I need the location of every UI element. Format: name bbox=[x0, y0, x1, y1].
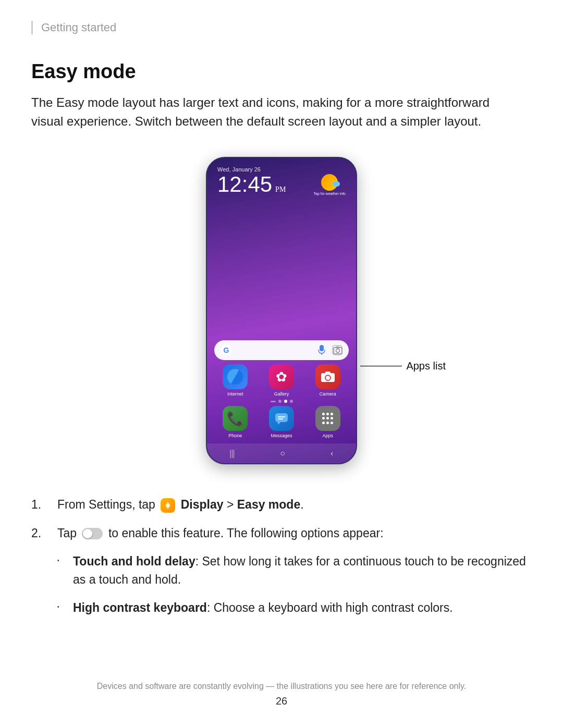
messages-label: Messages bbox=[271, 433, 292, 438]
svg-rect-0 bbox=[320, 345, 324, 351]
phone-icon: 📞 bbox=[223, 406, 248, 431]
internet-icon bbox=[223, 364, 248, 389]
sub-bullet-1: • Touch and hold delay: Set how long it … bbox=[57, 552, 532, 588]
svg-point-3 bbox=[336, 349, 340, 353]
phone-label: Phone bbox=[228, 433, 242, 438]
steps-section: 1. From Settings, tap Display > Easy mod… bbox=[31, 496, 532, 617]
app-phone: 📞 Phone bbox=[223, 406, 248, 438]
page-title: Easy mode bbox=[31, 60, 532, 83]
dot-inactive bbox=[278, 400, 282, 403]
annotation-line-svg bbox=[360, 365, 402, 367]
dot-inactive2 bbox=[290, 400, 293, 403]
apps-label: Apps bbox=[322, 433, 333, 438]
grid-dots bbox=[322, 413, 334, 424]
gallery-icon: ✿ bbox=[269, 364, 294, 389]
apps-list-annotation: Apps list bbox=[360, 360, 446, 372]
phone-wrapper: Wed, January 26 12:45 PM Tap for weather… bbox=[206, 157, 357, 464]
phone-date: Wed, January 26 bbox=[217, 166, 346, 172]
svg-rect-8 bbox=[275, 413, 288, 422]
google-logo: G bbox=[221, 344, 232, 356]
nav-back-icon: ‹ bbox=[331, 449, 333, 458]
phone-bottom-nav: ||| ○ ‹ bbox=[207, 443, 356, 463]
weather-icon bbox=[321, 174, 338, 191]
bullet-dot-2: • bbox=[57, 603, 73, 611]
sub-bullet-2: • High contrast keyboard: Choose a keybo… bbox=[57, 599, 532, 617]
settings-icon-inline bbox=[161, 498, 175, 513]
app-internet: Internet bbox=[223, 364, 248, 397]
step-1-display: Display > Easy mode. bbox=[181, 498, 304, 511]
touch-hold-term: Touch and hold delay bbox=[73, 554, 195, 568]
phone-time: 12:45 bbox=[217, 172, 272, 196]
step-2-suffix: to enable this feature. The following op… bbox=[108, 526, 384, 540]
colon-2: : Choose a keyboard with high contrast c… bbox=[207, 601, 453, 614]
step-1-number: 1. bbox=[31, 496, 57, 514]
gallery-label: Gallery bbox=[274, 391, 289, 397]
weather-tap-text: Tap for weather info bbox=[314, 192, 346, 195]
footer-note: Devices and software are constantly evol… bbox=[0, 682, 563, 691]
sub-bullets-indent: • Touch and hold delay: Set how long it … bbox=[57, 552, 532, 617]
step-2-number: 2. bbox=[31, 524, 57, 542]
sub-bullets: • Touch and hold delay: Set how long it … bbox=[31, 552, 532, 617]
nav-home-icon: ○ bbox=[280, 449, 285, 458]
phone-wallpaper bbox=[207, 199, 356, 336]
phone-screen: Wed, January 26 12:45 PM Tap for weather… bbox=[207, 158, 356, 463]
search-camera-icon bbox=[332, 345, 342, 355]
phone-status-area: Wed, January 26 12:45 PM Tap for weather… bbox=[207, 158, 356, 199]
app-messages: Messages bbox=[269, 406, 294, 438]
step-2-content: Tap to enable this feature. The followin… bbox=[57, 524, 532, 542]
page-dots bbox=[207, 400, 356, 403]
camera-label: Camera bbox=[320, 391, 336, 397]
internet-label: Internet bbox=[227, 391, 243, 397]
footer-page-number: 26 bbox=[0, 695, 563, 707]
apps-row-2: 📞 Phone bbox=[207, 406, 356, 438]
breadcrumb-text: Getting started bbox=[41, 21, 116, 34]
search-mic-icon bbox=[316, 345, 327, 355]
step-1: 1. From Settings, tap Display > Easy mod… bbox=[31, 496, 532, 514]
weather-widget: Tap for weather info bbox=[314, 174, 346, 195]
apps-list-label: Apps list bbox=[406, 360, 446, 372]
bullet-dot-1: • bbox=[57, 557, 73, 564]
high-contrast-term: High contrast keyboard bbox=[73, 601, 207, 614]
google-search-bar[interactable]: G bbox=[214, 340, 349, 360]
svg-marker-9 bbox=[277, 422, 280, 425]
camera-icon bbox=[315, 364, 340, 389]
page-description: The Easy mode layout has larger text and… bbox=[31, 93, 500, 131]
svg-rect-7 bbox=[325, 372, 331, 374]
phone-time-row: 12:45 PM Tap for weather info bbox=[217, 174, 346, 195]
svg-rect-11 bbox=[278, 418, 283, 419]
phone-time-display: 12:45 PM bbox=[217, 174, 286, 195]
dot-line bbox=[271, 401, 276, 402]
step-1-content: From Settings, tap Display > Easy mode. bbox=[57, 496, 532, 514]
app-gallery: ✿ Gallery bbox=[269, 364, 294, 397]
gear-icon bbox=[164, 501, 172, 510]
step-1-prefix: From Settings, tap bbox=[57, 498, 158, 511]
app-apps: Apps bbox=[315, 406, 340, 438]
toggle-switch[interactable] bbox=[82, 528, 103, 539]
toggle-knob bbox=[83, 529, 92, 538]
phone-ampm: PM bbox=[275, 186, 286, 193]
sub-bullet-2-content: High contrast keyboard: Choose a keyboar… bbox=[73, 599, 453, 617]
step-2: 2. Tap to enable this feature. The follo… bbox=[31, 524, 532, 542]
step-2-text: Tap bbox=[57, 526, 80, 540]
phone-frame: Wed, January 26 12:45 PM Tap for weather… bbox=[206, 157, 357, 464]
svg-rect-10 bbox=[278, 416, 285, 417]
messages-icon bbox=[269, 406, 294, 431]
breadcrumb: Getting started bbox=[31, 21, 532, 34]
sub-bullet-1-content: Touch and hold delay: Set how long it ta… bbox=[73, 552, 532, 588]
footer: Devices and software are constantly evol… bbox=[0, 682, 563, 707]
apps-row-1: Internet ✿ Gallery bbox=[207, 364, 356, 397]
app-camera: Camera bbox=[315, 364, 340, 397]
dot-active bbox=[284, 400, 287, 403]
apps-icon bbox=[315, 406, 340, 431]
phone-illustration: Wed, January 26 12:45 PM Tap for weather… bbox=[31, 157, 532, 464]
nav-menu-icon: ||| bbox=[230, 449, 235, 458]
